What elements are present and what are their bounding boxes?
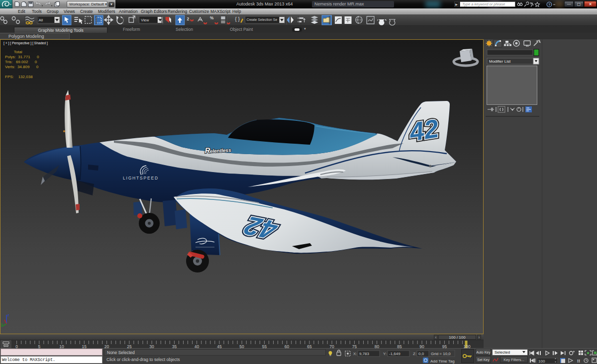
svg-text:y: y [1, 322, 3, 326]
svg-text:!!: !! [577, 359, 580, 363]
svg-text:42: 42 [407, 114, 440, 147]
svg-text:elentless: elentless [210, 147, 232, 154]
svg-text:0,0: 0,0 [418, 352, 424, 356]
svg-text:X:: X: [353, 352, 357, 356]
svg-text:Add Time Tag: Add Time Tag [430, 359, 455, 364]
svg-text:9,783: 9,783 [359, 352, 370, 356]
svg-text:Y:: Y: [383, 352, 387, 356]
svg-text:100: 100 [538, 359, 545, 364]
svg-text:?: ? [548, 2, 551, 7]
svg-text:Modifier List: Modifier List [489, 59, 511, 64]
svg-text:Grid = 10,0: Grid = 10,0 [431, 352, 451, 356]
svg-text:-1,649: -1,649 [389, 352, 400, 356]
svg-text:LIGHTSPEED: LIGHTSPEED [123, 176, 159, 181]
svg-text:Z:: Z: [413, 352, 416, 356]
svg-text:z: z [7, 313, 9, 317]
